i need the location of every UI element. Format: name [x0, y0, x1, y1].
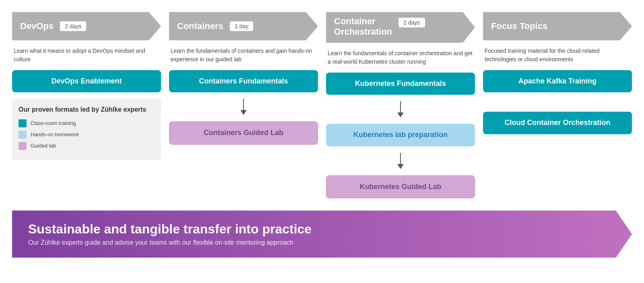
containers-title: Containers: [177, 21, 223, 31]
column-focus-topics: Focus Topics Focused training material f…: [483, 12, 632, 198]
kubernetes-lab-prep-box: Kubernetes lab preparation: [326, 124, 475, 146]
bottom-main-text: Sustainable and tangible transfer into p…: [28, 222, 600, 237]
legend-section: Our proven formats led by Zühlke experts…: [12, 99, 161, 159]
guidedlab-color-swatch: [19, 142, 27, 150]
top-section: DevOps 2 days Learn what it means to ado…: [12, 12, 632, 198]
devops-days: 2 days: [60, 21, 86, 31]
containers-guided-lab-box: Containers Guided Lab: [169, 121, 318, 144]
devops-enablement-box: DevOps Enablement: [12, 70, 161, 92]
orchestration-days: 2 days: [398, 18, 425, 27]
bottom-sub-text: Our Zühlke experts guide and advise your…: [28, 239, 600, 246]
orchestration-header: Container Orchestration 2 days: [326, 12, 475, 43]
column-containers: Containers 1 day Learn the fundamentals …: [169, 12, 318, 198]
column-orchestration: Container Orchestration 2 days Learn the…: [326, 12, 475, 198]
classroom-label: Class-room training: [31, 120, 76, 126]
containers-arrow: [169, 99, 318, 115]
orchestration-title: Container Orchestration: [334, 16, 392, 37]
handson-label: Hands-on homework: [31, 131, 79, 137]
guidedlab-label: Guided lab: [31, 143, 56, 149]
orchestration-arrow-1: [326, 101, 475, 117]
legend-title: Our proven formats led by Zühlke experts: [19, 105, 155, 114]
focus-topics-title: Focus Topics: [491, 21, 547, 31]
focus-topics-header: Focus Topics: [483, 12, 632, 40]
legend-hands-on: Hands-on homework: [19, 131, 155, 139]
kubernetes-guided-lab-box: Kubernetes Guided Lab: [326, 175, 475, 198]
classroom-color-swatch: [19, 119, 27, 127]
containers-description: Learn the fundamentals of containers and…: [169, 47, 318, 64]
handson-color-swatch: [19, 131, 27, 139]
column-devops: DevOps 2 days Learn what it means to ado…: [12, 12, 161, 198]
orchestration-description: Learn the fundamentals of container orch…: [326, 49, 475, 66]
containers-header: Containers 1 day: [169, 12, 318, 40]
kubernetes-fundamentals-box: Kubernetes Fundamentals: [326, 73, 475, 95]
orchestration-arrow-2: [326, 153, 475, 169]
devops-header: DevOps 2 days: [12, 12, 161, 40]
main-container: DevOps 2 days Learn what it means to ado…: [0, 0, 644, 258]
devops-title: DevOps: [20, 21, 54, 31]
devops-description: Learn what it means to adopt a DevOps mi…: [12, 47, 161, 64]
legend-classroom: Class-room training: [19, 119, 155, 127]
focus-topics-description: Focused training material for the cloud-…: [483, 47, 632, 64]
bottom-banner: Sustainable and tangible transfer into p…: [12, 210, 632, 258]
containers-days: 1 day: [230, 21, 253, 31]
containers-fundamentals-box: Containers Fundamentals: [169, 70, 318, 92]
cloud-container-orchestration-box: Cloud Container Orchestration: [483, 112, 632, 134]
apache-kafka-box: Apache Kafka Training: [483, 70, 632, 92]
legend-guided-lab: Guided lab: [19, 142, 155, 150]
